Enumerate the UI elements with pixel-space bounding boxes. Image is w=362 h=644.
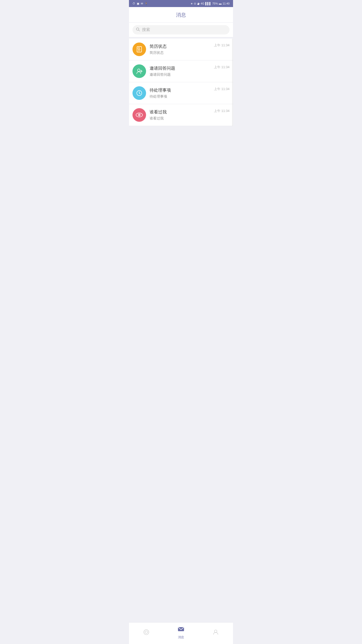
message-title: 简历状态 xyxy=(150,44,214,49)
wifi-icon: ◕ xyxy=(197,2,200,5)
message-title: 待处理事项 xyxy=(150,87,214,93)
status-icon-image: ▣ xyxy=(137,2,139,5)
page-title: 消息 xyxy=(176,12,186,18)
empty-area xyxy=(129,126,233,629)
message-avatar-clock xyxy=(132,86,146,100)
bluetooth-icon: ∗ xyxy=(191,2,193,5)
search-icon xyxy=(136,27,140,32)
svg-point-13 xyxy=(139,114,140,115)
message-time: 上午 11:34 xyxy=(214,64,230,69)
message-item[interactable]: 谁看过我谁看过我上午 11:34 xyxy=(129,104,233,126)
message-time: 上午 11:34 xyxy=(214,86,230,91)
scroll-bar xyxy=(232,38,233,126)
search-container: 搜索 xyxy=(129,23,233,38)
message-avatar-invite xyxy=(132,64,146,78)
status-left-icons: ⏱ ▣ ✉ 🚶 xyxy=(132,2,148,5)
svg-line-1 xyxy=(139,30,140,31)
message-item[interactable]: 简历状态简历状态上午 11:34 xyxy=(129,38,233,60)
svg-rect-3 xyxy=(138,48,140,49)
status-icon-mail: ✉ xyxy=(141,2,143,5)
network-label: 4G xyxy=(201,2,204,5)
battery-label: 75% xyxy=(212,2,218,5)
bottom-nav: 消息 xyxy=(129,622,233,644)
status-bar: ⏱ ▣ ✉ 🚶 ∗ ⊙ ◕ 4G ▌▌▌ 75% ▬ 11:40 xyxy=(129,0,233,7)
page-wrapper: ⏱ ▣ ✉ 🚶 ∗ ⊙ ◕ 4G ▌▌▌ 75% ▬ 11:40 消息 xyxy=(129,0,233,644)
svg-point-15 xyxy=(145,631,148,633)
svg-point-6 xyxy=(138,69,140,71)
nav-item-profile[interactable] xyxy=(207,628,224,638)
profile-icon xyxy=(212,629,219,637)
message-title: 邀请回答问题 xyxy=(150,65,214,71)
message-preview: 邀请回答问题 xyxy=(150,72,214,77)
time-label: 11:40 xyxy=(222,2,230,5)
message-content: 简历状态简历状态 xyxy=(150,44,214,55)
chat-icon xyxy=(143,629,150,637)
status-icon-alarm: ⏱ xyxy=(132,2,135,5)
alarm-icon: ⊙ xyxy=(194,2,196,5)
message-content: 谁看过我谁看过我 xyxy=(150,109,214,121)
message-content: 待处理事项待处理事项 xyxy=(150,87,214,99)
header: 消息 xyxy=(129,7,233,23)
message-nav-label: 消息 xyxy=(178,635,184,639)
message-title: 谁看过我 xyxy=(150,109,214,115)
message-preview: 待处理事项 xyxy=(150,94,214,99)
battery-icon: ▬ xyxy=(219,2,221,5)
search-placeholder: 搜索 xyxy=(142,27,150,32)
message-time: 上午 11:34 xyxy=(214,108,230,113)
svg-point-10 xyxy=(139,93,140,94)
search-box[interactable]: 搜索 xyxy=(132,25,230,34)
message-avatar-eye xyxy=(132,108,146,122)
svg-point-17 xyxy=(214,630,217,632)
message-list: 简历状态简历状态上午 11:34 邀请回答问题邀请回答问题上午 11:34 待处… xyxy=(129,38,233,126)
message-preview: 简历状态 xyxy=(150,51,214,55)
message-content: 邀请回答问题邀请回答问题 xyxy=(150,65,214,77)
nav-item-chat[interactable] xyxy=(138,628,155,638)
message-preview: 谁看过我 xyxy=(150,116,214,121)
message-item[interactable]: 邀请回答问题邀请回答问题上午 11:34 xyxy=(129,60,233,82)
signal-icon: ▌▌▌ xyxy=(205,2,211,5)
message-item[interactable]: 待处理事项待处理事项上午 11:34 xyxy=(129,82,233,104)
svg-point-14 xyxy=(144,630,149,635)
message-time: 上午 11:34 xyxy=(214,43,230,48)
message-avatar-resume xyxy=(132,43,146,56)
nav-item-message[interactable]: 消息 xyxy=(172,625,190,640)
message-icon xyxy=(177,626,185,634)
status-icon-walk: 🚶 xyxy=(145,2,148,5)
status-right-info: ∗ ⊙ ◕ 4G ▌▌▌ 75% ▬ 11:40 xyxy=(191,2,230,5)
